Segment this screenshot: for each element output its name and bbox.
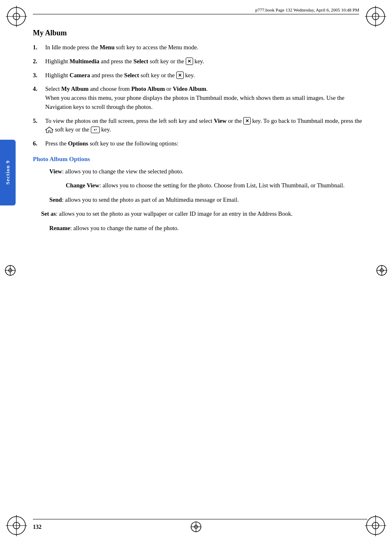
option-view: View: allows you to change the view the …	[33, 167, 367, 176]
bottom-line	[33, 519, 367, 519]
step-1-text: In Idle mode press the Menu soft key to …	[45, 44, 198, 51]
option-set-as-text: Set as: allows you to set the photo as y…	[41, 210, 293, 217]
step-6: Press the Options soft key to use the fo…	[33, 139, 367, 148]
step-5-text: To view the photos on the full screen, p…	[45, 118, 362, 133]
step-4-text: Select My Album and choose from Photo Al…	[45, 85, 344, 110]
corner-mark-bl	[4, 513, 29, 538]
option-set-as-label: Set as	[41, 210, 56, 217]
step-3-bold1: Camera	[69, 72, 90, 78]
svg-marker-28	[46, 127, 53, 133]
section-label: Section 9	[5, 160, 11, 185]
left-center-mark	[4, 264, 16, 278]
page-heading: My Album	[33, 29, 367, 37]
page-number: 132	[33, 524, 42, 530]
step-2-bold1: Multimedia	[69, 58, 99, 65]
option-send-text: Send: allows you to send the photo as pa…	[49, 196, 239, 203]
step-3: Highlight Camera and press the Select so…	[33, 71, 367, 80]
corner-mark-tr	[363, 4, 388, 29]
option-rename-label: Rename	[49, 225, 70, 231]
option-view-text: View: allows you to change the view the …	[49, 168, 183, 175]
home-key-icon	[45, 127, 53, 133]
option-view-label: View	[49, 168, 62, 175]
option-change-view: Change View: allows you to choose the se…	[33, 181, 367, 190]
step-6-text: Press the Options soft key to use the fo…	[45, 140, 178, 147]
option-change-view-label: Change View	[66, 182, 99, 189]
option-rename: Rename: allows you to change the name of…	[33, 224, 367, 233]
x-key-icon-3: ✕	[243, 117, 251, 125]
option-set-as: Set as: allows you to set the photo as y…	[33, 209, 367, 218]
step-2-bold2: Select	[134, 58, 148, 65]
back-key-icon: ↩	[91, 127, 100, 133]
step-5-bold1: View	[214, 118, 227, 124]
x-key-icon-2: ✕	[176, 71, 184, 79]
option-send: Send: allows you to send the photo as pa…	[33, 195, 367, 204]
x-key-icon: ✕	[186, 58, 193, 65]
option-rename-text: Rename: allows you to change the name of…	[49, 225, 179, 231]
step-1-bold: Menu	[99, 44, 114, 51]
step-2: Highlight Multimedia and press the Selec…	[33, 57, 367, 66]
step-4-bold2: Photo Album	[131, 85, 165, 92]
option-send-label: Send	[49, 196, 62, 203]
step-3-bold2: Select	[124, 72, 139, 78]
section-tab: Section 9	[0, 140, 16, 205]
step-4-bold3: Video Album	[173, 85, 206, 92]
step-5: To view the photos on the full screen, p…	[33, 117, 367, 135]
corner-mark-tl	[4, 4, 29, 29]
step-4-bold1: My Album	[61, 85, 88, 92]
header-text: p777.book Page 132 Wednesday, April 6, 2…	[255, 7, 359, 12]
step-4: Select My Album and choose from Photo Al…	[33, 85, 367, 111]
steps-list: In Idle mode press the Menu soft key to …	[33, 43, 367, 148]
step-3-text: Highlight Camera and press the Select so…	[45, 72, 195, 78]
step-2-text: Highlight Multimedia and press the Selec…	[45, 58, 204, 65]
step-1: In Idle mode press the Menu soft key to …	[33, 43, 367, 52]
page-header: p777.book Page 132 Wednesday, April 6, 2…	[33, 7, 359, 14]
photo-album-options-title: Photo Album Options	[33, 156, 367, 163]
right-center-mark	[376, 264, 388, 278]
bottom-center-mark	[190, 521, 202, 535]
main-content: My Album In Idle mode press the Menu sof…	[33, 29, 367, 238]
step-6-bold1: Options	[68, 140, 88, 147]
option-change-view-text: Change View: allows you to choose the se…	[66, 182, 345, 189]
corner-mark-br	[363, 513, 388, 538]
